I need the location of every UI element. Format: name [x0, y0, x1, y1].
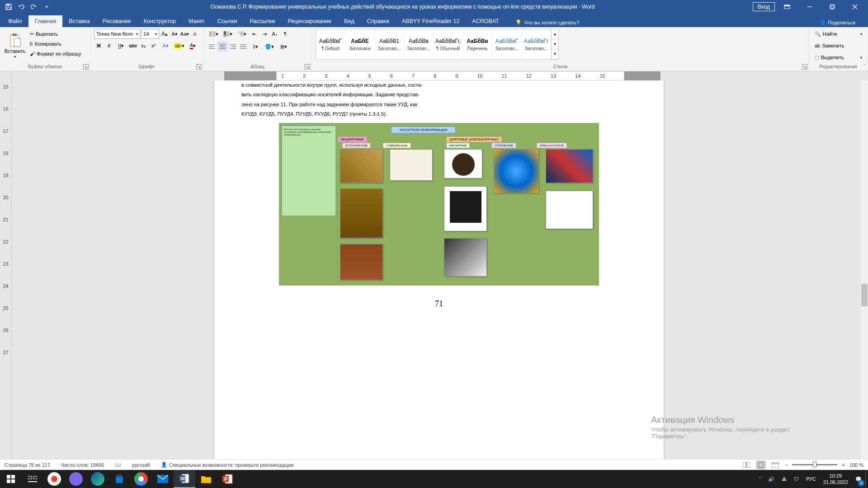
undo-button[interactable]	[15, 1, 27, 13]
tray-language[interactable]: РУС	[802, 470, 820, 488]
numbering-button[interactable]: 123▾	[221, 29, 235, 39]
style-item[interactable]: АаБбЕЗаголовок	[345, 29, 375, 59]
justify-button[interactable]	[238, 42, 248, 52]
find-button[interactable]: 🔍Найти▾	[813, 29, 864, 39]
bold-button[interactable]: Ж	[94, 41, 104, 51]
tab-design[interactable]: Конструктор	[137, 15, 182, 27]
tray-notifications[interactable]: 💬 3	[852, 470, 865, 488]
word-count[interactable]: Число слов: 18456	[61, 462, 104, 468]
tab-file[interactable]: Файл	[2, 15, 28, 27]
taskbar-app-word[interactable]: W	[174, 470, 195, 488]
format-painter-button[interactable]: 🖌Формат по образцу	[28, 49, 83, 59]
zoom-level[interactable]: 100 %	[849, 462, 863, 468]
share-button[interactable]: 👤 Поделиться	[816, 18, 859, 27]
doc-paragraph[interactable]: в совместной деятельности внутри групп, …	[241, 80, 637, 90]
collapse-ribbon-button[interactable]: ˆ	[864, 64, 865, 69]
select-button[interactable]: ⬚Выделить▾	[813, 52, 864, 62]
shrink-font-button[interactable]: A▾	[170, 29, 179, 39]
align-center-button[interactable]	[217, 42, 227, 52]
shading-button[interactable]: 🪣▾	[263, 42, 276, 52]
strike-button[interactable]: abc	[128, 41, 138, 51]
taskbar-app-explorer[interactable]	[195, 470, 217, 488]
qat-customize[interactable]: ▾	[41, 1, 52, 13]
zoom-out-button[interactable]: −	[785, 462, 788, 468]
ruler-vertical[interactable]: 15161718192021222324252627	[0, 80, 12, 475]
tab-abbyy[interactable]: ABBYY FineReader 12	[396, 15, 466, 27]
replace-button[interactable]: abЗаменить	[813, 41, 864, 51]
increase-indent-button[interactable]: ⇥	[259, 29, 269, 39]
vertical-scrollbar[interactable]	[860, 80, 868, 475]
sort-button[interactable]: A↓	[270, 29, 280, 39]
print-layout-button[interactable]	[756, 460, 766, 469]
login-button[interactable]: Вход	[753, 2, 775, 11]
tab-draw[interactable]: Рисование	[96, 15, 137, 27]
show-desktop-button[interactable]	[865, 470, 868, 488]
styles-launcher[interactable]: ↘	[802, 64, 807, 70]
tray-network[interactable]: 🖧	[778, 470, 790, 488]
clear-format-button[interactable]: A̷	[190, 29, 199, 39]
start-button[interactable]	[0, 470, 22, 488]
tab-review[interactable]: Рецензирование	[282, 15, 338, 27]
bullets-button[interactable]: ▾	[207, 29, 221, 39]
tab-help[interactable]: Справка	[361, 15, 396, 27]
font-launcher[interactable]: ↘	[196, 64, 202, 70]
align-right-button[interactable]	[228, 42, 238, 52]
tray-clock[interactable]: 10:29 21.06.2022	[820, 473, 852, 486]
multilevel-button[interactable]: ▾	[235, 29, 249, 39]
tab-acrobat[interactable]: ACROBAT	[466, 15, 505, 27]
clipboard-launcher[interactable]: ↘	[83, 64, 89, 70]
style-item[interactable]: АаБбВвЗаголово...	[404, 29, 434, 59]
spellcheck-indicator[interactable]: 📖	[115, 462, 121, 468]
copy-button[interactable]: ⎘Копировать	[28, 39, 83, 49]
line-spacing-button[interactable]: ‡▾	[249, 42, 262, 52]
paste-button[interactable]: Вставить ▾	[4, 29, 26, 63]
tray-security[interactable]: 🛡	[790, 470, 802, 488]
style-item[interactable]: АаБбВвГг,¶ Обычный	[434, 29, 463, 59]
redo-button[interactable]	[28, 1, 40, 13]
zoom-slider[interactable]	[792, 464, 837, 465]
language-indicator[interactable]: русский	[132, 462, 150, 468]
subscript-button[interactable]: x₂	[139, 41, 148, 51]
gallery-down[interactable]: ▼	[552, 39, 558, 49]
zoom-in-button[interactable]: +	[842, 462, 844, 468]
highlight-button[interactable]: ab▾	[173, 41, 185, 51]
doc-paragraph[interactable]: лено на рисунке 11. При работе над задан…	[241, 100, 637, 109]
read-mode-button[interactable]	[741, 460, 751, 469]
doc-paragraph[interactable]: вить наглядную классификацию носителей и…	[241, 90, 637, 99]
gallery-scroll[interactable]: ▲▼▼	[551, 29, 558, 59]
embedded-figure[interactable]: Используя исходные данные, составьте кла…	[279, 123, 599, 286]
document-page[interactable]: в совместной деятельности внутри групп, …	[214, 80, 664, 467]
ruler-horizontal[interactable]: 12345678910111213141516	[0, 71, 868, 80]
gallery-more[interactable]: ▼	[552, 49, 558, 59]
tray-expand-button[interactable]: ˆ	[755, 470, 764, 488]
scrollbar-thumb[interactable]	[861, 284, 868, 306]
tray-volume[interactable]: 🔊	[764, 470, 778, 488]
italic-button[interactable]: К	[104, 41, 114, 51]
taskbar-app-edge[interactable]	[87, 470, 108, 488]
maximize-button[interactable]	[822, 0, 843, 14]
borders-button[interactable]: ⊞▾	[277, 42, 290, 52]
taskbar-app-powerpoint[interactable]: P	[217, 470, 239, 488]
minimize-button[interactable]	[799, 0, 820, 14]
close-button[interactable]	[844, 0, 865, 14]
taskbar-app-yandex[interactable]	[43, 470, 65, 488]
taskbar-app-chrome[interactable]	[130, 470, 152, 488]
web-layout-button[interactable]	[770, 460, 780, 469]
change-case-button[interactable]: Aa▾	[180, 29, 189, 39]
underline-button[interactable]: Ч ▾	[115, 41, 127, 51]
style-item[interactable]: АаБбВвГгЗаголово...	[522, 29, 551, 59]
taskbar-app-cortana[interactable]	[65, 470, 87, 488]
taskbar-app-store[interactable]	[108, 470, 130, 488]
tab-home[interactable]: Главная	[28, 15, 63, 27]
superscript-button[interactable]: x²	[149, 41, 158, 51]
ribbon-display-button[interactable]	[777, 0, 797, 14]
gallery-up[interactable]: ▲	[552, 29, 558, 39]
grow-font-button[interactable]: A▴	[160, 29, 169, 39]
accessibility-indicator[interactable]: 👤Специальные возможности: проверьте реко…	[161, 462, 294, 468]
style-item[interactable]: АаБбВ1Заголово...	[375, 29, 404, 59]
tab-mailings[interactable]: Рассылки	[243, 15, 281, 27]
tab-insert[interactable]: Вставка	[62, 15, 96, 27]
style-item[interactable]: АаБбВвПеречень	[463, 29, 492, 59]
tab-references[interactable]: Ссылки	[211, 15, 243, 27]
task-view-button[interactable]	[22, 470, 43, 488]
